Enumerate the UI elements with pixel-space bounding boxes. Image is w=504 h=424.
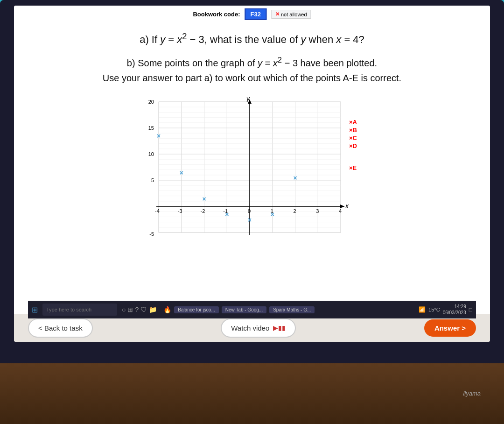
y-axis-label: y — [246, 97, 250, 102]
point-0: × — [248, 216, 252, 224]
graph-svg: y x -4 -3 -2 -1 0 1 2 3 4 20 — [131, 97, 373, 256]
date-value: 06/03/2023 — [443, 310, 466, 316]
shield-icon[interactable]: 🛡 — [140, 306, 147, 313]
bookwork-code: F32 — [245, 8, 266, 20]
answer-button[interactable]: Answer > — [424, 319, 476, 337]
video-camera-icon: ▶▮▮ — [273, 324, 286, 332]
svg-text:4: 4 — [339, 208, 342, 214]
svg-text:10: 10 — [148, 151, 154, 157]
taskbar-app-sparx[interactable]: Sparx Maths - G... — [269, 306, 315, 313]
taskbar-search[interactable] — [42, 304, 117, 316]
time-value: 14:29 — [443, 304, 466, 310]
taskbar-apps: 🔥 Balance for jsco... New Tab - Goog... … — [163, 306, 416, 313]
point-neg4: × — [157, 132, 161, 140]
taskbar-app-balance[interactable]: Balance for jsco... — [174, 306, 218, 313]
svg-text:0: 0 — [248, 208, 251, 214]
taskbar-app-newtab[interactable]: New Tab - Goog... — [222, 306, 266, 313]
desk-surface — [0, 363, 504, 424]
grid-icon[interactable]: ⊞ — [127, 306, 133, 313]
label-c: ×C — [349, 134, 357, 141]
svg-text:-4: -4 — [155, 208, 160, 214]
back-button[interactable]: < Back to task — [28, 318, 93, 338]
point-1: × — [271, 211, 274, 218]
time-display: 14:29 06/03/2023 — [443, 304, 466, 316]
point-neg2: × — [202, 195, 206, 203]
content-area: Bookwork code: F32 ✕ not allowed a) If y… — [14, 6, 490, 318]
watch-video-label: Watch video — [231, 324, 269, 332]
svg-text:-3: -3 — [178, 208, 182, 214]
svg-text:2: 2 — [293, 208, 296, 214]
watch-video-button[interactable]: Watch video ▶▮▮ — [221, 318, 296, 338]
svg-text:5: 5 — [151, 177, 154, 183]
calculator-badge: ✕ not allowed — [271, 10, 311, 19]
circle-icon[interactable]: ○ — [122, 306, 126, 313]
question-b: b) Some points on the graph of y = x2 − … — [33, 54, 471, 85]
graph-wrapper: y x -4 -3 -2 -1 0 1 2 3 4 20 — [131, 97, 373, 256]
question-icon[interactable]: ? — [135, 306, 139, 313]
svg-text:-5: -5 — [149, 231, 154, 237]
point-neg3: × — [180, 169, 183, 177]
point-neg1: × — [225, 211, 229, 218]
svg-marker-39 — [340, 205, 344, 208]
bookwork-bar: Bookwork code: F32 ✕ not allowed — [193, 6, 311, 23]
label-a: ×A — [349, 119, 357, 126]
desktop-icon[interactable]: □ — [469, 306, 472, 313]
taskbar-icons: ○ ⊞ ? 🛡 📁 — [122, 306, 157, 313]
screen: Bookwork code: F32 ✕ not allowed a) If y… — [14, 6, 490, 342]
svg-text:-2: -2 — [201, 208, 205, 214]
svg-text:15: 15 — [148, 125, 154, 131]
brand-logo: iiyama — [463, 390, 481, 397]
question-section: a) If y = x2 − 3, what is the value of y… — [33, 31, 471, 85]
x-axis-label: x — [345, 202, 349, 210]
label-e: ×E — [349, 164, 357, 171]
calculator-text: not allowed — [281, 12, 307, 17]
bookwork-label: Bookwork code: — [193, 11, 240, 18]
label-b: ×B — [349, 127, 357, 134]
point-2: × — [293, 174, 297, 182]
svg-text:20: 20 — [148, 99, 154, 105]
label-d: ×D — [349, 142, 357, 149]
temperature-display: 15°C — [428, 307, 440, 312]
question-a: a) If y = x2 − 3, what is the value of y… — [33, 31, 471, 46]
taskbar-right: 📶 15°C 14:29 06/03/2023 □ — [419, 304, 472, 316]
svg-text:3: 3 — [316, 208, 319, 214]
taskbar: ⊞ ○ ⊞ ? 🛡 📁 🔥 Balance for jsco... New Ta… — [28, 301, 476, 318]
folder-icon[interactable]: 📁 — [149, 306, 157, 313]
wifi-icon: 📶 — [419, 306, 426, 313]
calc-x-icon: ✕ — [275, 11, 280, 17]
windows-icon[interactable]: ⊞ — [32, 305, 38, 314]
app-fire[interactable]: 🔥 — [163, 306, 171, 313]
graph-container: y x -4 -3 -2 -1 0 1 2 3 4 20 — [33, 97, 471, 256]
